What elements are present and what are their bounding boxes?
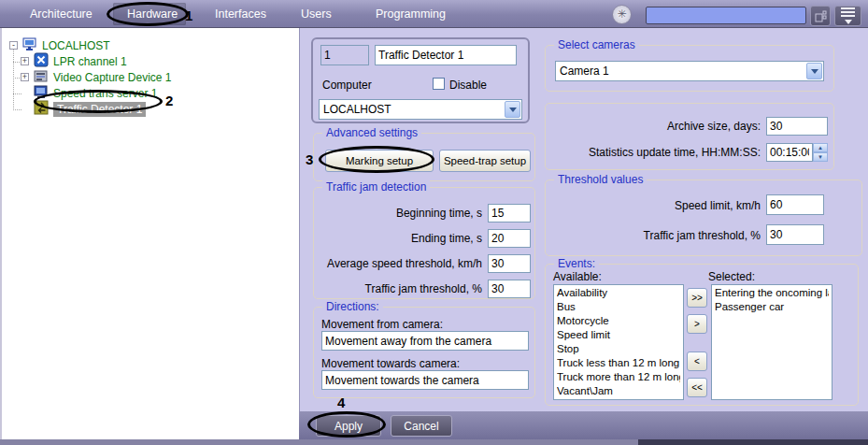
- directions-group: Directions: Movement from camera: Moveme…: [313, 307, 535, 398]
- device-tree-panel: - LOCALHOST + LPR channel 1 + Video Capt…: [0, 28, 299, 439]
- layout-grid-button[interactable]: [810, 6, 831, 26]
- tree-item-label: Video Capture Device 1: [53, 71, 172, 84]
- hamburger-icon: [841, 7, 855, 28]
- tab-architecture[interactable]: Architecture: [30, 7, 92, 21]
- cancel-button[interactable]: Cancel: [391, 415, 452, 437]
- group-title: Advanced settings: [322, 126, 421, 139]
- tree-item-traffic-detector[interactable]: Traffic Detector 1: [34, 101, 146, 117]
- group-title: Directions:: [322, 300, 383, 313]
- selected-events-list[interactable]: Entering the oncoming lane Passenger car: [711, 284, 832, 400]
- ending-time-input[interactable]: [488, 229, 531, 248]
- list-item[interactable]: Vacant\Jam: [557, 384, 680, 398]
- available-events-list[interactable]: Availability Bus Motorcycle Speed limit …: [553, 284, 684, 400]
- archive-group: Archive size, days: Statistics update ti…: [545, 103, 834, 170]
- apply-button[interactable]: Apply: [316, 415, 381, 437]
- speed-limit-label: Speed limit, km/h: [675, 199, 761, 212]
- group-title: Events:: [554, 257, 599, 270]
- available-label: Available:: [553, 270, 602, 283]
- spin-up-icon[interactable]: ▲: [813, 143, 828, 152]
- ending-time-label: Ending time, s: [411, 232, 482, 245]
- tab-users[interactable]: Users: [301, 7, 332, 21]
- camera-select-value: Camera 1: [560, 65, 609, 78]
- list-item[interactable]: Entering the oncoming lane: [715, 286, 829, 300]
- computer-select-value: LOCALHOST: [323, 103, 391, 116]
- beginning-time-input[interactable]: [488, 204, 531, 222]
- collapse-icon[interactable]: -: [9, 41, 18, 50]
- archive-size-input[interactable]: [766, 117, 828, 136]
- identity-box: Computer Disable LOCALHOST: [311, 37, 530, 123]
- marking-setup-button[interactable]: Marking setup: [325, 150, 434, 172]
- search-input[interactable]: [646, 7, 806, 24]
- chevron-down-icon[interactable]: [806, 63, 822, 79]
- tree-item-speed-trans-server[interactable]: Speed trans server 1: [34, 85, 157, 101]
- spin-down-icon[interactable]: ▼: [813, 152, 828, 162]
- computer-label: Computer: [322, 79, 372, 92]
- main-menu-button[interactable]: [834, 6, 861, 26]
- move-left-button[interactable]: <: [687, 352, 707, 371]
- group-title: Traffic jam detection: [322, 180, 430, 194]
- tree-item-label: LOCALHOST: [42, 39, 110, 52]
- select-cameras-group: Select cameras Camera 1: [545, 45, 834, 92]
- speed-limit-input[interactable]: [766, 194, 824, 215]
- tree-connector: [13, 109, 21, 110]
- application-window: Architecture Hardware Interfaces Users P…: [0, 0, 868, 445]
- annotation-number-4: 4: [337, 395, 345, 410]
- tab-programming[interactable]: Programming: [376, 7, 446, 21]
- move-all-right-button[interactable]: >>: [687, 288, 707, 308]
- spinner-buttons[interactable]: ▲▼: [813, 143, 828, 162]
- jam-threshold-input[interactable]: [766, 224, 824, 245]
- selected-label: Selected:: [708, 270, 755, 283]
- list-item[interactable]: Truck less than 12 m long: [557, 356, 680, 370]
- computer-select[interactable]: LOCALHOST: [319, 99, 522, 120]
- disable-checkbox[interactable]: [433, 78, 445, 90]
- tab-hardware[interactable]: Hardware: [127, 7, 178, 21]
- tree-item-label: Speed trans server 1: [53, 87, 157, 100]
- group-title: Threshold values: [554, 173, 647, 186]
- object-name-field[interactable]: [375, 45, 517, 65]
- speed-trap-setup-button[interactable]: Speed-trap setup: [439, 150, 531, 172]
- advanced-settings-group: Advanced settings Marking setup Speed-tr…: [313, 133, 535, 181]
- move-all-left-button[interactable]: <<: [687, 378, 707, 397]
- move-right-button[interactable]: >: [687, 314, 707, 334]
- tree-item-label: Traffic Detector 1: [53, 102, 146, 117]
- tree-item-video-capture[interactable]: + Video Capture Device 1: [21, 69, 172, 85]
- annotation-number-1: 1: [185, 7, 192, 23]
- group-title: Select cameras: [554, 38, 639, 51]
- expand-icon[interactable]: +: [21, 73, 29, 81]
- list-item[interactable]: Truck more than 12 m long: [557, 370, 680, 384]
- settings-panel: Computer Disable LOCALHOST Advanced sett…: [299, 28, 868, 411]
- gear-icon[interactable]: ✳: [612, 5, 632, 24]
- threshold-values-group: Threshold values Speed limit, km/h Traff…: [545, 179, 862, 256]
- archive-size-label: Archive size, days:: [667, 120, 761, 133]
- movement-from-camera-input[interactable]: [321, 331, 529, 351]
- list-item[interactable]: Bus: [557, 300, 680, 314]
- list-item[interactable]: Passenger car: [715, 300, 829, 314]
- statistics-update-time-label: Statistics update time, HH:MM:SS:: [589, 146, 761, 159]
- beginning-time-label: Beginning time, s: [396, 207, 482, 220]
- bottom-edge-dark: [638, 439, 868, 445]
- annotation-number-2: 2: [165, 93, 173, 108]
- disable-label: Disable: [449, 79, 487, 92]
- jam-threshold-label: Traffic jam threshold, %: [644, 229, 761, 242]
- traffic-jam-threshold-label: Traffic jam threshold, %: [365, 282, 482, 295]
- tab-interfaces[interactable]: Interfaces: [215, 7, 266, 21]
- average-speed-threshold-input[interactable]: [488, 254, 531, 273]
- tree-item-lpr-channel[interactable]: + LPR channel 1: [21, 53, 127, 69]
- tree-item-localhost[interactable]: - LOCALHOST: [9, 37, 110, 53]
- events-group: Events: Available: Selected: Availabilit…: [545, 264, 859, 406]
- list-item[interactable]: Motorcycle: [557, 314, 680, 328]
- tree-connector: [13, 93, 21, 94]
- statistics-update-time-input[interactable]: [766, 143, 813, 162]
- expand-icon[interactable]: +: [21, 57, 29, 65]
- layout-grid-icon: [815, 10, 827, 22]
- list-item[interactable]: Speed limit: [557, 328, 680, 342]
- traffic-jam-threshold-input[interactable]: [488, 280, 531, 298]
- list-item[interactable]: Stop: [557, 342, 680, 356]
- movement-towards-camera-input[interactable]: [321, 370, 529, 390]
- statistics-update-time-spinner[interactable]: ▲▼: [766, 143, 828, 162]
- list-item[interactable]: Availability: [557, 286, 680, 300]
- tree-connector: [13, 49, 14, 110]
- annotation-number-3: 3: [306, 151, 313, 167]
- chevron-down-icon[interactable]: [505, 101, 520, 118]
- camera-select[interactable]: Camera 1: [555, 61, 824, 81]
